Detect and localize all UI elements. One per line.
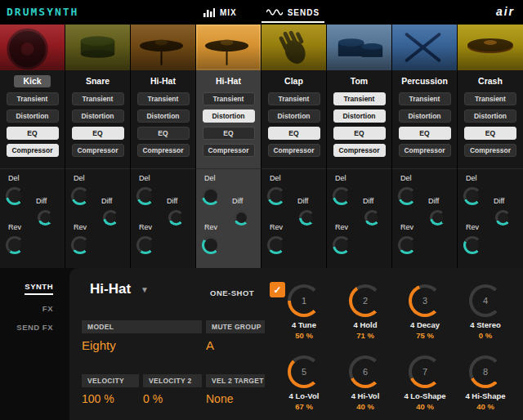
delay-send-knob[interactable] [71,187,89,205]
velocity-value[interactable]: 100 % [82,392,114,405]
sidebar-item-send-fx[interactable]: SEND FX [16,323,53,332]
eq-button[interactable]: EQ [203,127,255,140]
reverb-send-knob[interactable] [6,236,24,254]
sends-icon [266,7,283,17]
diffusion-send-knob[interactable] [168,210,184,226]
pad-crash[interactable] [458,25,523,70]
distortion-button[interactable]: Distortion [72,109,124,123]
eq-button[interactable]: EQ [333,127,386,140]
reverb-send-knob[interactable] [333,236,351,254]
knob-label: 4 Lo-Shape [395,391,455,400]
mute-group-value[interactable]: A [206,338,214,352]
sidebar-item-fx[interactable]: FX [42,304,53,313]
distortion-button[interactable]: Distortion [137,109,190,123]
compressor-button[interactable]: Compressor [268,144,320,157]
eq-button[interactable]: EQ [7,127,59,140]
tune-knob[interactable]: 1 [288,284,320,317]
diffusion-send-knob[interactable] [299,210,315,226]
pad-tom[interactable] [327,25,391,70]
reverb-send-knob[interactable] [463,236,481,254]
knob-label: 4 Hold [335,320,396,329]
decay-knob[interactable]: 3 [409,284,441,317]
eq-button[interactable]: EQ [72,127,124,140]
delay-send-knob[interactable] [463,187,481,205]
compressor-button[interactable]: Compressor [464,144,516,157]
transient-button[interactable]: Transient [333,92,386,105]
eq-button[interactable]: EQ [464,127,516,140]
distortion-button[interactable]: Distortion [399,109,451,123]
hold-knob[interactable]: 2 [349,284,382,317]
distortion-button[interactable]: Distortion [464,109,516,123]
compressor-button[interactable]: Compressor [7,144,59,157]
compressor-button[interactable]: Compressor [137,144,190,157]
lo-vol-knob[interactable]: 5 [288,355,320,388]
transient-button[interactable]: Transient [137,92,190,105]
reverb-send-knob[interactable] [136,236,154,254]
delay-send-knob[interactable] [136,187,154,205]
tab-sends[interactable]: SENDS [266,0,320,25]
compressor-button[interactable]: Compressor [203,144,255,157]
pad-clap[interactable] [262,25,326,70]
distortion-button[interactable]: Distortion [268,109,320,123]
compressor-button[interactable]: Compressor [399,144,451,157]
stereo-knob[interactable]: 4 [469,284,502,317]
eq-button[interactable]: EQ [268,127,320,140]
transient-button[interactable]: Transient [72,92,124,105]
hi-shape-knob[interactable]: 8 [469,355,502,388]
transient-button[interactable]: Transient [7,92,59,105]
pad-hihat-1[interactable] [131,25,195,70]
delay-send-label: Del [270,174,281,182]
reverb-send-knob[interactable] [398,236,416,254]
vel2-target-value[interactable]: None [206,392,233,405]
distortion-button[interactable]: Distortion [7,109,59,123]
diffusion-send-label: Diff [363,197,373,205]
hi-vol-knob[interactable]: 6 [349,355,382,388]
diffusion-send-knob[interactable] [364,210,380,226]
one-shot-label: ONE-SHOT [210,288,254,297]
knob-value: 75 % [395,331,455,340]
transient-button[interactable]: Transient [464,92,516,105]
decay-knob-cell: 3 4 Decay 75 % [395,284,455,340]
delay-send-knob[interactable] [202,187,220,205]
compressor-button[interactable]: Compressor [72,144,124,157]
diffusion-send-knob[interactable] [430,210,445,226]
diffusion-send-knob[interactable] [38,210,53,226]
delay-send-knob[interactable] [267,187,285,205]
transient-button[interactable]: Transient [203,92,255,105]
knob-value: 40 % [335,402,396,411]
channel-name: Hi-Hat [196,75,261,87]
editor-sidebar: SYNTH FX SEND FX [0,268,69,420]
eq-button[interactable]: EQ [137,127,190,140]
model-value[interactable]: Eighty [82,338,116,352]
distortion-button[interactable]: Distortion [333,109,386,123]
delay-send-knob[interactable] [6,187,24,205]
delay-send-knob[interactable] [398,187,416,205]
reverb-send-knob[interactable] [71,236,89,254]
pad-name-dropdown[interactable]: Hi-Hat ▼ [90,281,149,297]
fx-buttons: Transient Distortion EQ Compressor [131,92,195,157]
delay-send-knob[interactable] [333,187,351,205]
transient-button[interactable]: Transient [399,92,451,105]
velocity2-value[interactable]: 0 % [143,392,163,405]
sidebar-item-synth[interactable]: SYNTH [25,282,53,291]
tab-mix[interactable]: MIX [203,0,237,25]
diffusion-send-knob[interactable] [495,210,511,226]
reverb-send-knob[interactable] [202,236,220,254]
knob-value: 40 % [395,402,455,411]
transient-button[interactable]: Transient [268,92,320,105]
channel-hihat-1: Hi-Hat Transient Distortion EQ Compresso… [131,25,196,268]
pad-hihat-2[interactable] [196,25,261,70]
diffusion-send-knob[interactable] [234,210,249,226]
lo-shape-knob[interactable]: 7 [409,355,441,388]
pad-snare[interactable] [65,25,130,70]
compressor-button[interactable]: Compressor [333,144,386,157]
pad-percussion[interactable] [392,25,457,70]
drumsynth-plugin-window: DRUMSYNTH MIX SENDS air [0,0,523,420]
reverb-send-label: Rev [8,223,21,231]
pad-kick[interactable] [0,25,65,70]
diffusion-send-knob[interactable] [103,210,118,226]
distortion-button[interactable]: Distortion [203,109,255,123]
eq-button[interactable]: EQ [399,127,451,140]
sends-section: Del Diff Rev [458,168,523,268]
reverb-send-knob[interactable] [267,236,285,254]
